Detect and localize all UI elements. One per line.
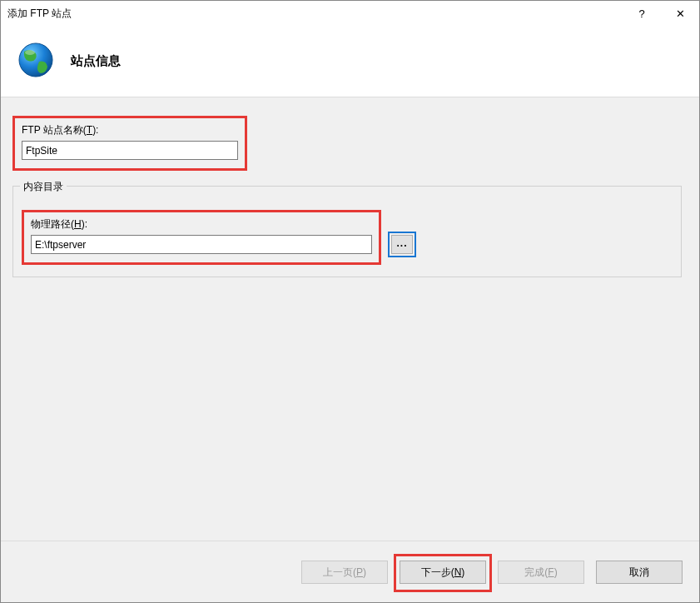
- titlebar: 添加 FTP 站点 ? ✕: [1, 1, 699, 26]
- site-name-input[interactable]: [22, 141, 238, 160]
- svg-point-0: [19, 43, 52, 77]
- site-name-label: FTP 站点名称(T):: [22, 123, 238, 137]
- content-directory-group: 内容目录 物理路径(H): ...: [12, 186, 682, 277]
- next-button[interactable]: 下一步(N): [400, 561, 486, 584]
- close-button[interactable]: ✕: [661, 1, 699, 26]
- prev-button: 上一页(P): [301, 561, 388, 584]
- browse-button[interactable]: ...: [391, 235, 413, 254]
- highlight-physical-path: 物理路径(H):: [22, 210, 381, 265]
- help-button[interactable]: ?: [623, 1, 661, 26]
- finish-button: 完成(F): [498, 561, 584, 584]
- globe-icon: [16, 40, 56, 82]
- content-directory-legend: 内容目录: [20, 180, 67, 194]
- physical-path-label: 物理路径(H):: [31, 217, 372, 232]
- highlight-browse: ...: [388, 232, 416, 257]
- window-title: 添加 FTP 站点: [7, 7, 623, 21]
- svg-point-1: [25, 50, 35, 55]
- footer: 上一页(P) 下一步(N) 完成(F) 取消: [1, 541, 699, 602]
- header-band: 站点信息: [1, 26, 699, 97]
- dialog-window: 添加 FTP 站点 ? ✕ 站点信息: [0, 0, 700, 603]
- highlight-site-name: FTP 站点名称(T):: [12, 116, 247, 171]
- cancel-button[interactable]: 取消: [596, 561, 683, 584]
- physical-path-input[interactable]: [31, 235, 372, 254]
- content-area: FTP 站点名称(T): 内容目录 物理路径(H): ...: [1, 97, 699, 541]
- page-heading: 站点信息: [71, 53, 121, 69]
